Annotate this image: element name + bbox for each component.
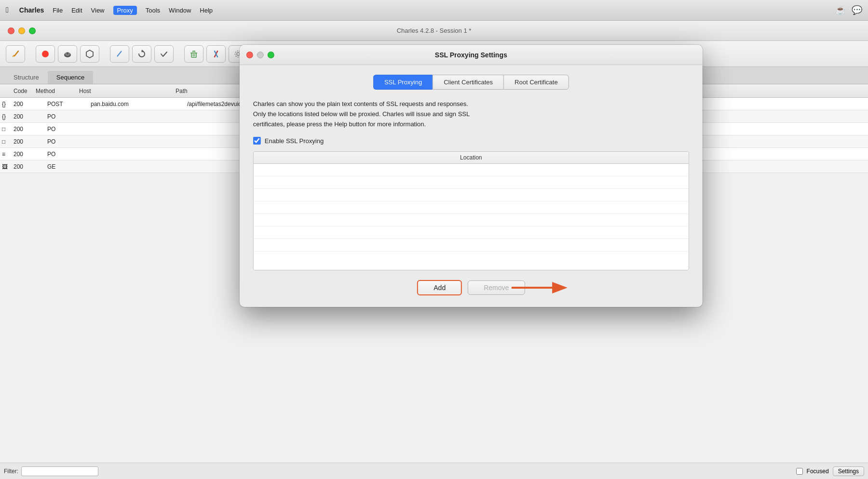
arrow-annotation bbox=[507, 278, 570, 297]
location-row bbox=[254, 164, 689, 176]
menu-edit[interactable]: Edit bbox=[71, 7, 82, 14]
location-table-header: Location bbox=[254, 152, 689, 164]
menu-tools[interactable]: Tools bbox=[146, 7, 160, 14]
modal-tab-bar: SSL Proxying Client Certificates Root Ce… bbox=[253, 75, 689, 90]
chat-icon: 💬 bbox=[852, 5, 862, 15]
modal-title: SSL Proxying Settings bbox=[435, 51, 507, 59]
modal-titlebar: SSL Proxying Settings bbox=[240, 45, 703, 65]
modal-window-controls bbox=[246, 52, 274, 58]
modal-tab-ssl-proxying[interactable]: SSL Proxying bbox=[373, 75, 433, 90]
menu-window[interactable]: Window bbox=[169, 7, 191, 14]
modal-maximize-button[interactable] bbox=[268, 52, 274, 58]
location-row bbox=[254, 252, 689, 264]
enable-ssl-proxying-checkbox[interactable] bbox=[253, 137, 261, 145]
ssl-proxying-modal: SSL Proxying Settings SSL Proxying Clien… bbox=[240, 45, 703, 307]
menu-proxy[interactable]: Proxy bbox=[113, 6, 137, 15]
app-name[interactable]: Charles bbox=[19, 6, 44, 14]
location-row bbox=[254, 189, 689, 201]
add-button[interactable]: Add bbox=[417, 280, 462, 295]
modal-overlay: SSL Proxying Settings SSL Proxying Clien… bbox=[0, 21, 868, 479]
modal-minimize-button[interactable] bbox=[257, 52, 264, 58]
modal-actions: Add Remove bbox=[253, 280, 689, 295]
menu-file[interactable]: File bbox=[53, 7, 63, 14]
enable-ssl-proxying-label: Enable SSL Proxying bbox=[265, 137, 324, 145]
modal-body: SSL Proxying Client Certificates Root Ce… bbox=[240, 65, 703, 307]
location-row bbox=[254, 226, 689, 239]
modal-tab-root-cert[interactable]: Root Certificate bbox=[503, 75, 569, 90]
menu-help[interactable]: Help bbox=[200, 7, 213, 14]
modal-close-button[interactable] bbox=[246, 52, 253, 58]
apple-menu[interactable]:  bbox=[6, 6, 9, 14]
location-table: Location bbox=[253, 151, 689, 270]
menu-view[interactable]: View bbox=[91, 7, 105, 14]
charles-icon: ☕ bbox=[835, 5, 846, 15]
modal-tab-client-certs[interactable]: Client Certificates bbox=[433, 75, 503, 90]
enable-ssl-proxying-row: Enable SSL Proxying bbox=[253, 137, 689, 145]
modal-description: Charles can show you the plain text cont… bbox=[253, 99, 689, 129]
app-window: Charles 4.2.8 - Session 1 * bbox=[0, 21, 868, 479]
location-row bbox=[254, 201, 689, 214]
location-table-body[interactable] bbox=[254, 164, 689, 270]
location-row bbox=[254, 239, 689, 252]
location-row bbox=[254, 176, 689, 189]
menubar:  Charles File Edit View Proxy Tools Win… bbox=[0, 0, 868, 21]
location-row bbox=[254, 214, 689, 226]
